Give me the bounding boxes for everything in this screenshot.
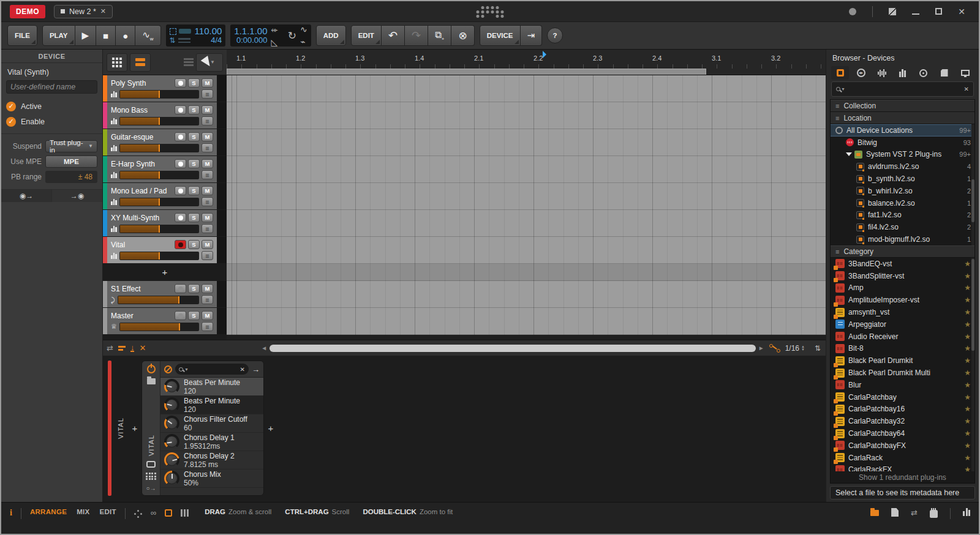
record-arm-button[interactable] <box>175 311 186 320</box>
record-arm-button[interactable] <box>175 213 186 222</box>
device-view-button[interactable]: DEVICE <box>480 25 521 46</box>
section-collection[interactable]: ≡Collection <box>831 100 974 112</box>
favorite-star-icon[interactable]: ★ <box>964 260 971 268</box>
track-layout-toggle[interactable] <box>130 53 151 72</box>
device-row[interactable]: Black Pearl Drumkit ★ <box>831 354 974 367</box>
solo-button[interactable]: S <box>188 105 200 114</box>
loop-icon[interactable]: ↻ <box>288 29 296 42</box>
add-button[interactable]: ADD <box>316 25 346 46</box>
device-row[interactable]: Audio Receiver ★ <box>831 331 974 343</box>
undo-button[interactable]: ↶ <box>382 25 405 46</box>
solo-button[interactable]: S <box>188 284 200 293</box>
device-row[interactable]: Arpeggiator ★ <box>831 318 974 331</box>
favorite-star-icon[interactable]: ★ <box>964 320 971 329</box>
timeline-ruler[interactable]: 1.11.21.31.42.12.22.32.43.13.2 <box>227 50 826 75</box>
audio-input-routing-icon[interactable]: ◉→ <box>1 190 52 202</box>
playhead-marker[interactable] <box>543 51 546 58</box>
track-menu-button[interactable]: ≡ <box>202 197 213 206</box>
solo-button[interactable]: S <box>188 78 200 88</box>
parameter-value[interactable]: 7.8125 ms <box>184 460 235 469</box>
edit-button[interactable]: EDIT <box>351 25 382 46</box>
solo-button[interactable]: S <box>188 186 200 195</box>
mute-button[interactable]: M <box>202 78 213 88</box>
favorite-star-icon[interactable]: ★ <box>964 356 971 365</box>
toggle-row[interactable]: ✓ Enable <box>6 114 97 129</box>
favorite-star-icon[interactable]: ★ <box>964 308 971 316</box>
project-folder-icon[interactable] <box>870 510 879 516</box>
bypass-icon[interactable] <box>164 365 172 373</box>
location-row[interactable]: mod-bigmuff.lv2.so 1 <box>831 233 974 245</box>
track-name[interactable]: S1 Effect <box>111 285 173 293</box>
auto-arrows-icon[interactable]: ⇅ <box>170 37 176 43</box>
clear-search-icon[interactable]: ✕ <box>964 86 969 92</box>
tab-music[interactable] <box>914 66 932 80</box>
track-name[interactable]: Poly Synth <box>111 79 173 88</box>
punch-in-icon[interactable] <box>170 28 176 35</box>
piano-keys-icon[interactable] <box>963 508 970 516</box>
parameter-value[interactable]: 60 <box>184 424 247 432</box>
device-row[interactable]: CarlaPatchbay16 ★ <box>831 403 974 416</box>
checkbox-checked-icon[interactable]: ✓ <box>6 117 16 127</box>
tab-devices[interactable] <box>831 66 849 80</box>
minimize-icon[interactable] <box>912 13 919 15</box>
show-redundant-link[interactable]: Show 1 redundant plug-ins <box>831 471 974 483</box>
scroll-right-icon[interactable]: ► <box>758 345 764 351</box>
volume-fader[interactable] <box>119 225 200 233</box>
scroll-left-icon[interactable]: ◄ <box>261 345 267 351</box>
parameter-knob[interactable] <box>164 416 179 431</box>
clear-icon[interactable]: ✕ <box>139 343 146 353</box>
audio-output-routing-icon[interactable]: →◉ <box>52 190 102 202</box>
volume-fader[interactable] <box>118 296 199 304</box>
track-menu-button[interactable]: ≡ <box>202 295 213 304</box>
tab-plugins[interactable] <box>956 66 974 80</box>
close-icon[interactable]: ✕ <box>958 7 965 17</box>
favorite-star-icon[interactable]: ★ <box>964 296 971 304</box>
location-row[interactable]: b_synth.lv2.so 1 <box>831 173 974 185</box>
clear-search-icon[interactable]: ✕ <box>240 366 245 373</box>
record-arm-button[interactable] <box>175 159 186 168</box>
auto-scroll-icon[interactable]: ⇄ <box>107 343 113 353</box>
mute-button[interactable]: M <box>202 105 213 114</box>
track-row[interactable]: XY Multi-Synth S M ≡ <box>103 210 227 236</box>
device-row[interactable]: amsynth_vst ★ <box>831 306 974 318</box>
solo-button[interactable]: S <box>188 159 200 168</box>
device-row[interactable]: CarlaRack ★ <box>831 452 974 464</box>
zoom-range-bar[interactable] <box>227 69 706 75</box>
maximize-icon[interactable] <box>935 8 942 15</box>
preset-folder-icon[interactable] <box>147 378 156 384</box>
track-height-icon[interactable] <box>118 346 126 351</box>
notification-dot-icon[interactable] <box>849 8 856 15</box>
track-row[interactable]: Mono Bass S M ≡ <box>103 102 227 129</box>
parameter-row[interactable]: Chorus Mix 50% <box>160 470 263 488</box>
delete-button[interactable]: ⊗ <box>451 25 474 46</box>
clip-grid-toggle[interactable] <box>107 53 127 72</box>
device-row[interactable]: 3BandEQ-vst ★ <box>831 258 974 270</box>
parameter-value[interactable]: 120 <box>184 387 240 395</box>
tab-files[interactable] <box>935 66 953 80</box>
track-row[interactable]: Poly Synth S M ≡ <box>103 75 227 102</box>
track-name[interactable]: E-Harp Synth <box>111 160 173 168</box>
mixer-bars-icon[interactable] <box>181 509 189 517</box>
scrollbar-thumb[interactable] <box>971 179 974 222</box>
device-row[interactable]: 3BandSplitter-vst ★ <box>831 270 974 282</box>
device-row[interactable]: CarlaPatchbay64 ★ <box>831 427 974 440</box>
parameter-row[interactable]: Beats Per Minute 120 <box>160 396 263 414</box>
tab-multisamples[interactable] <box>894 66 911 80</box>
location-row[interactable]: balance.lv2.so 1 <box>831 197 974 209</box>
solo-button[interactable]: S <box>188 311 200 320</box>
modulators-grid-icon[interactable] <box>146 473 156 480</box>
track-name[interactable]: Mono Lead / Pad <box>111 187 173 195</box>
record-arm-button[interactable] <box>175 186 186 195</box>
position-bars-value[interactable]: 1.1.1.00 <box>234 26 267 36</box>
project-tab[interactable]: New 2 * ✕ <box>54 5 113 18</box>
tab-presets[interactable]: ◂▸ <box>852 66 870 80</box>
volume-fader[interactable] <box>119 90 200 99</box>
parameter-knob[interactable] <box>164 379 179 394</box>
list-icon[interactable] <box>184 58 194 66</box>
file-button[interactable]: FILE <box>7 25 37 46</box>
track-row[interactable]: Guitar-esque S M ≡ <box>103 129 227 155</box>
arrow-right-icon[interactable]: → <box>252 365 260 374</box>
parameter-row[interactable]: Chorus Delay 2 7.8125 ms <box>160 451 263 470</box>
device-row[interactable]: Amp ★ <box>831 282 974 294</box>
view-tab[interactable]: MIX <box>77 508 89 515</box>
